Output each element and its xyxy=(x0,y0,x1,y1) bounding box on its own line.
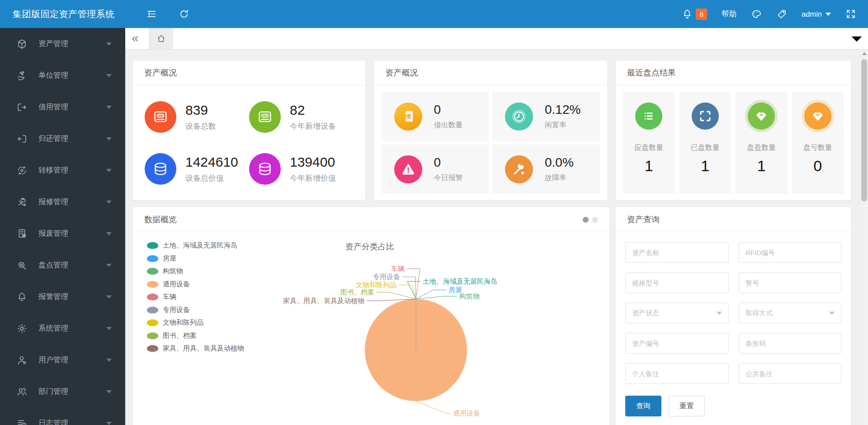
legend-item[interactable]: 专用设备 xyxy=(147,306,244,315)
carousel-dot[interactable] xyxy=(592,217,598,223)
badge-no-input[interactable] xyxy=(739,272,841,293)
user-icon xyxy=(16,355,28,366)
legend-item[interactable]: 构筑物 xyxy=(147,267,244,276)
user-menu[interactable]: admin xyxy=(802,10,831,19)
svg-text:借: 借 xyxy=(405,112,411,119)
legend-item[interactable]: 图书、档案 xyxy=(147,332,244,341)
sidebar-item-user[interactable]: 用户管理 xyxy=(0,344,125,376)
sidebar-item-return[interactable]: 归还管理 xyxy=(0,123,125,154)
theme-palette-icon[interactable] xyxy=(751,9,762,19)
search-button[interactable]: 查询 xyxy=(625,396,661,416)
stat-item: 139400今年新增价值 xyxy=(249,143,354,195)
stat-label: 盘亏数量 xyxy=(792,143,844,153)
chevron-down-icon xyxy=(106,422,112,425)
fullscreen-icon[interactable] xyxy=(845,9,856,19)
sidebar-item-cube[interactable]: 资产管理 xyxy=(0,28,125,60)
stat-value: 82 xyxy=(290,103,336,118)
sidebar-item-scrap[interactable]: 报废管理 xyxy=(0,218,125,249)
sidebar-item-borrow[interactable]: 借用管理 xyxy=(0,91,125,123)
public-note-input[interactable] xyxy=(739,363,841,384)
chevron-down-icon xyxy=(106,74,112,77)
svg-text:家具、用具、装具及动植物: 家具、用具、装具及动植物 xyxy=(283,297,364,304)
collapse-tabs-button[interactable] xyxy=(125,28,145,49)
legend-swatch xyxy=(147,294,158,300)
stat-label: 设备总价值 xyxy=(185,173,238,183)
card-title: 资产概况 xyxy=(144,61,177,85)
sidebar-item-label: 报废管理 xyxy=(38,229,68,238)
bell-icon xyxy=(682,9,693,19)
legend-item[interactable]: 文物和陈列品 xyxy=(147,318,244,327)
barcode-input[interactable] xyxy=(739,333,841,354)
asset-no-input[interactable] xyxy=(625,333,729,354)
sidebar-item-inventory[interactable]: 盘点管理 xyxy=(0,249,125,281)
chevron-down-icon xyxy=(106,106,112,109)
sidebar-item-log[interactable]: 日志管理 xyxy=(0,407,125,425)
asset-name-input[interactable] xyxy=(625,242,729,263)
asset-status-select[interactable]: 资产状态 xyxy=(625,303,729,323)
spec-model-input[interactable] xyxy=(625,272,729,293)
carousel-dot[interactable] xyxy=(583,217,589,223)
svg-text:专用设备: 专用设备 xyxy=(373,273,400,280)
collapse-menu-icon[interactable] xyxy=(146,9,157,19)
sidebar-item-label: 单位管理 xyxy=(38,70,68,80)
reset-button[interactable]: 重置 xyxy=(669,396,705,416)
main-content: 资产概况 839设备总数82今年新增设备1424610设备总价值139400今年… xyxy=(125,50,868,425)
legend-item[interactable]: 房屋 xyxy=(147,254,244,263)
stat-value: 839 xyxy=(185,103,216,118)
legend-swatch xyxy=(147,268,158,275)
legend-swatch xyxy=(147,255,158,262)
clock-icon xyxy=(505,103,533,131)
legend-label: 专用设备 xyxy=(163,306,190,314)
legend-item[interactable]: 土地、海域及无居民海岛 xyxy=(147,241,244,250)
chevron-down-icon xyxy=(106,295,112,299)
legend-label: 通用设备 xyxy=(163,280,190,289)
acquire-method-select[interactable]: 取得方式 xyxy=(739,303,841,323)
stat-value: 1424610 xyxy=(185,154,238,170)
chevron-down-icon xyxy=(106,359,112,362)
legend-item[interactable]: 车辆 xyxy=(147,293,244,302)
scan-icon xyxy=(692,103,719,130)
sidebar-item-unit[interactable]: 单位管理 xyxy=(0,60,125,91)
card-asset-query: 资产查询 资产状态取得方式 查询 重置 xyxy=(616,207,851,425)
rfid-no-input[interactable] xyxy=(739,242,841,263)
sidebar-item-repair[interactable]: 报修管理 xyxy=(0,186,125,218)
refresh-icon[interactable] xyxy=(179,9,189,19)
legend-swatch xyxy=(147,307,158,313)
legend-item[interactable]: 通用设备 xyxy=(147,280,244,289)
stat-label: 应盘数量 xyxy=(623,143,675,153)
svg-text:车辆: 车辆 xyxy=(391,265,405,272)
list-icon xyxy=(635,103,662,130)
notifications-button[interactable]: 8 xyxy=(682,9,707,20)
tab-list-dropdown[interactable] xyxy=(845,28,868,49)
chevron-down-icon xyxy=(106,264,112,267)
help-link[interactable]: 帮助 xyxy=(722,9,736,19)
scrollbar-up-arrow[interactable] xyxy=(860,50,868,57)
chevron-down-icon xyxy=(717,312,722,315)
tag-icon[interactable] xyxy=(776,9,787,19)
stat-value: 1 xyxy=(679,157,731,175)
sidebar-item-transfer[interactable]: 转移管理 xyxy=(0,154,125,186)
tab-bar xyxy=(125,28,868,50)
sidebar-item-system[interactable]: 系统管理 xyxy=(0,313,125,344)
cube-icon xyxy=(16,38,28,50)
inventory-tile: 盘盈数量1 xyxy=(736,92,788,194)
personal-note-input[interactable] xyxy=(625,363,729,384)
stat-value: 0 xyxy=(434,103,463,117)
legend-swatch xyxy=(147,281,158,288)
sidebar-item-label: 盘点管理 xyxy=(38,260,68,270)
stat-label: 已盘数量 xyxy=(679,143,731,153)
chevron-down-icon xyxy=(106,201,112,204)
gem-icon xyxy=(804,103,831,130)
scrap-icon xyxy=(16,228,28,239)
stat-item: 82今年新增设备 xyxy=(249,91,354,143)
sidebar-item-department[interactable]: 部门管理 xyxy=(0,376,125,407)
legend-item[interactable]: 家具、用具、装具及动植物 xyxy=(147,344,244,353)
chevron-down-icon xyxy=(106,327,112,330)
tab-home[interactable] xyxy=(149,28,173,49)
legend-label: 文物和陈列品 xyxy=(163,318,203,327)
stat-value: 0 xyxy=(792,157,844,175)
stat-value: 1 xyxy=(623,157,675,175)
stat-tile: 借0借出数量 xyxy=(382,92,489,141)
scrollbar-thumb[interactable] xyxy=(861,59,867,201)
sidebar-item-alarm[interactable]: 报警管理 xyxy=(0,281,125,313)
